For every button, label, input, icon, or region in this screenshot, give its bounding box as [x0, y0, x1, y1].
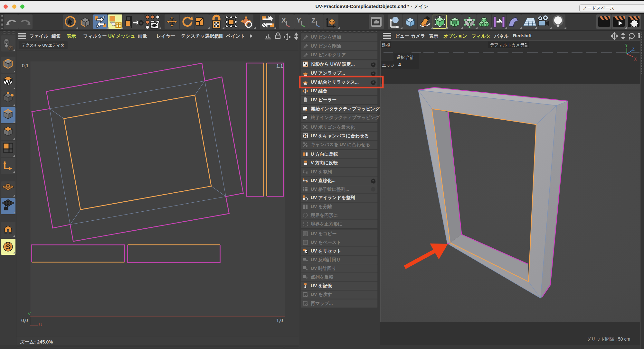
- svg-text:Y: Y: [625, 43, 628, 48]
- svg-text:X: X: [634, 57, 637, 61]
- svg-text:Z: Z: [632, 47, 635, 51]
